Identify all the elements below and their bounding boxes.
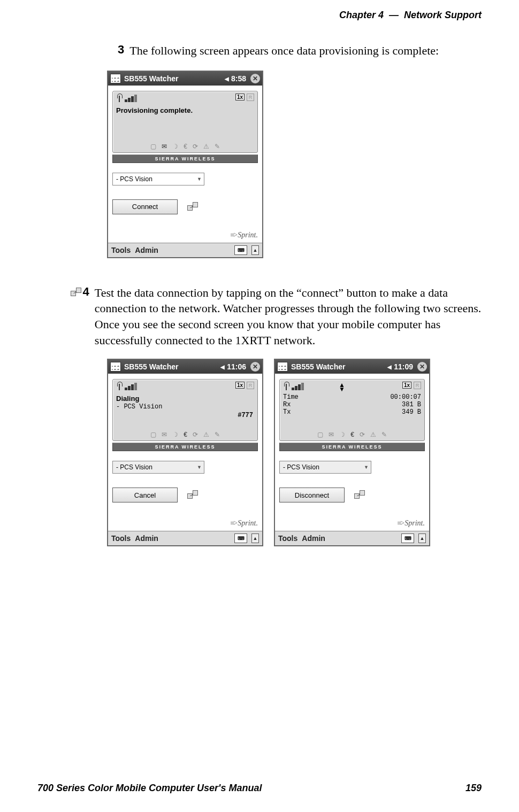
signal-icon <box>116 94 137 102</box>
lcd-toolbar: ▢✉☽€⟳⚠✎ <box>113 431 257 438</box>
network-icon[interactable] <box>187 201 199 213</box>
app-title: SB555 Watcher <box>291 362 345 371</box>
connect-button[interactable]: Connect <box>112 199 178 214</box>
network-icon[interactable] <box>354 489 366 501</box>
roam-badge: R <box>247 382 254 389</box>
status-lcd: 1x R Provisioning complete. ▢✉☽€⟳⚠✎ <box>112 91 258 153</box>
close-icon[interactable]: ✕ <box>250 74 260 83</box>
profile-dropdown[interactable]: - PCS Vision ▼ <box>112 461 204 474</box>
stat-time-value: 00:00:07 <box>390 393 421 401</box>
start-flag-icon[interactable] <box>277 362 288 372</box>
roam-badge: R <box>247 94 254 101</box>
profile-dropdown[interactable]: - PCS Vision ▼ <box>112 173 204 185</box>
keyboard-icon[interactable]: ⌨ <box>234 245 247 255</box>
step-3-text: The following screen appears once data p… <box>129 43 439 59</box>
onex-badge: 1x <box>402 382 411 389</box>
speaker-icon[interactable] <box>387 364 392 370</box>
clock-time: 11:09 <box>394 362 413 371</box>
titlebar: SB555 Watcher 8:58 ✕ <box>108 72 262 86</box>
step-3-number: 3 <box>118 43 124 57</box>
menu-tools[interactable]: Tools <box>278 534 297 543</box>
cancel-button[interactable]: Cancel <box>112 488 178 502</box>
sierra-wireless-badge: SIERRA WIRELESS <box>112 443 258 451</box>
network-icon <box>71 287 74 298</box>
menu-admin[interactable]: Admin <box>302 534 325 543</box>
lcd-toolbar: ▢✉☽€⟳⚠✎ <box>113 143 257 150</box>
content-block: 3 The following screen appears once data… <box>91 43 482 546</box>
footer-page-number: 159 <box>465 783 482 794</box>
clock-time: 11:06 <box>227 362 246 371</box>
close-icon[interactable]: ✕ <box>250 362 260 372</box>
stat-rx-value: 381 B <box>402 401 421 408</box>
sprint-logo: ≡>Sprint. <box>230 231 258 239</box>
screenshot-connected: SB555 Watcher 11:09 ✕ ▲▼ 1x R <box>274 359 430 546</box>
signal-icon <box>116 382 137 390</box>
signal-icon <box>283 382 304 390</box>
step-4-text: Test the data connection by tapping on t… <box>95 285 482 349</box>
start-flag-icon[interactable] <box>110 362 121 372</box>
footer-manual-title: 700 Series Color Mobile Computer User's … <box>37 783 262 794</box>
network-icon[interactable] <box>187 489 199 501</box>
chevron-down-icon: ▼ <box>197 465 202 470</box>
screenshot-provisioning-complete: SB555 Watcher 8:58 ✕ 1x R Provisionin <box>107 71 263 258</box>
bottom-menubar: Tools Admin ⌨ ▲ <box>108 243 262 257</box>
bottom-menubar: Tools Admin ⌨ ▲ <box>108 531 262 545</box>
stat-tx-value: 349 B <box>402 408 421 416</box>
dropdown-value: - PCS Vision <box>283 463 319 471</box>
status-lcd: ▲▼ 1x R Time00:00:07 Rx381 B Tx349 B ▢✉☽… <box>279 379 425 441</box>
sierra-wireless-badge: SIERRA WIRELESS <box>112 154 258 163</box>
chevron-down-icon: ▼ <box>197 176 202 182</box>
status-text: Provisioning complete. <box>116 106 254 114</box>
up-arrow-icon[interactable]: ▲ <box>418 533 426 543</box>
stat-rx-label: Rx <box>283 401 291 408</box>
lcd-toolbar: ▢✉☽€⟳⚠✎ <box>280 431 424 438</box>
dropdown-value: - PCS Vision <box>116 463 152 471</box>
keyboard-icon[interactable]: ⌨ <box>401 533 414 543</box>
data-activity-icon: ▲▼ <box>339 383 345 391</box>
menu-admin[interactable]: Admin <box>135 534 158 543</box>
titlebar: SB555 Watcher 11:09 ✕ <box>275 360 429 374</box>
step-4-number: 4 <box>83 285 89 349</box>
menu-tools[interactable]: Tools <box>111 246 131 254</box>
status-text: Dialing <box>116 395 254 403</box>
menu-tools[interactable]: Tools <box>111 534 131 543</box>
stat-time-label: Time <box>283 393 299 401</box>
close-icon[interactable]: ✕ <box>417 362 427 372</box>
app-title: SB555 Watcher <box>124 362 178 371</box>
onex-badge: 1x <box>235 382 245 389</box>
app-title: SB555 Watcher <box>124 74 178 83</box>
step-4: 4 Test the data connection by tapping on… <box>91 285 482 349</box>
profile-subline: - PCS Vision <box>116 403 254 411</box>
header-sep: — <box>389 10 399 20</box>
onex-badge: 1x <box>235 94 245 100</box>
sprint-logo: ≡>Sprint. <box>397 519 425 528</box>
bottom-menubar: Tools Admin ⌨ ▲ <box>275 531 429 545</box>
disconnect-button[interactable]: Disconnect <box>279 488 345 502</box>
clock-time: 8:58 <box>231 74 246 83</box>
roam-badge: R <box>414 382 421 389</box>
chevron-down-icon: ▼ <box>364 465 369 470</box>
screenshot-dialing: SB555 Watcher 11:06 ✕ 1x R Dialing <box>107 359 263 546</box>
header-title: Network Support <box>404 10 482 20</box>
sierra-wireless-badge: SIERRA WIRELESS <box>279 443 425 451</box>
profile-dropdown[interactable]: - PCS Vision ▼ <box>279 461 371 474</box>
menu-admin[interactable]: Admin <box>135 246 158 254</box>
connection-stats: Time00:00:07 Rx381 B Tx349 B <box>283 393 421 416</box>
dropdown-value: - PCS Vision <box>116 175 152 183</box>
titlebar: SB555 Watcher 11:06 ✕ <box>108 360 262 374</box>
up-arrow-icon[interactable]: ▲ <box>251 245 259 255</box>
up-arrow-icon[interactable]: ▲ <box>251 533 259 543</box>
start-flag-icon[interactable] <box>110 74 121 83</box>
header-chapter: Chapter 4 <box>339 10 384 20</box>
stat-tx-label: Tx <box>283 408 291 416</box>
step-3: 3 The following screen appears once data… <box>118 43 482 59</box>
page-header: Chapter 4 — Network Support <box>339 10 482 21</box>
speaker-icon[interactable] <box>220 364 225 370</box>
sprint-logo: ≡>Sprint. <box>230 519 258 528</box>
keyboard-icon[interactable]: ⌨ <box>234 533 247 543</box>
speaker-icon[interactable] <box>225 75 229 82</box>
status-lcd: 1x R Dialing - PCS Vision #777 ▢✉☽€⟳⚠✎ <box>112 379 258 441</box>
dial-number: #777 <box>238 412 253 419</box>
